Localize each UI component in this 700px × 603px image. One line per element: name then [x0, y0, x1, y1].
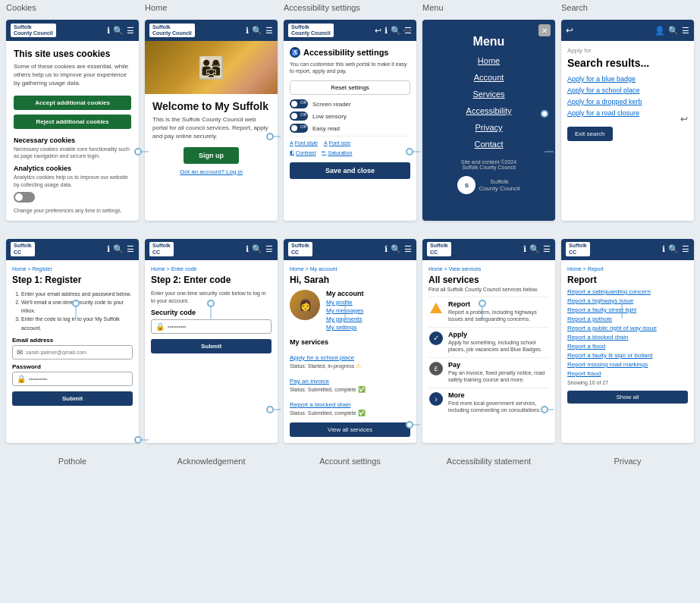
- menu-icon[interactable]: ☰: [127, 26, 134, 36]
- menu-item-services[interactable]: Services: [430, 88, 548, 100]
- cookies-title: This site uses cookies: [14, 49, 131, 59]
- rpt-menu-icon[interactable]: ☰: [682, 244, 689, 254]
- reg-menu-icon[interactable]: ☰: [127, 244, 134, 254]
- report-link-8[interactable]: Report missing road markings: [567, 361, 688, 368]
- signup-button[interactable]: Sign up: [184, 147, 239, 164]
- acc-back-icon[interactable]: ↩: [375, 26, 381, 36]
- exit-search-button[interactable]: Exit search: [567, 127, 613, 141]
- code-menu-icon[interactable]: ☰: [265, 244, 273, 254]
- code-submit-button[interactable]: Submit: [151, 339, 272, 353]
- screen-reader-toggle[interactable]: [290, 99, 308, 108]
- menu-card: ✕ Menu Home Account Services Accessibili…: [422, 20, 555, 221]
- report-header-icons: ℹ 🔍 ☰: [662, 244, 689, 254]
- menu-footer: Site and content ©2024Suffolk County Cou…: [430, 159, 548, 170]
- reject-cookies-button[interactable]: Reject additional cookies: [14, 115, 131, 129]
- report-header: SuffolkCC ℹ 🔍 ☰: [561, 239, 694, 260]
- acc-back-arrow[interactable]: ↩: [403, 24, 412, 36]
- services-breadcrumb: Home > View services: [428, 266, 549, 272]
- suffolk-emblem: S: [457, 176, 476, 194]
- accept-cookies-button[interactable]: Accept additional cookies: [14, 96, 131, 110]
- my-account-title: My account: [326, 290, 364, 297]
- svc-menu-icon[interactable]: ☰: [543, 244, 551, 254]
- search-result-3[interactable]: Apply for a dropped kerb: [567, 98, 688, 105]
- report-link-1[interactable]: Report a highways issue: [567, 297, 688, 304]
- reg-search-icon[interactable]: 🔍: [113, 244, 124, 254]
- register-submit-button[interactable]: Submit: [12, 391, 133, 406]
- code-text: Enter your one-time security code below …: [151, 290, 272, 305]
- menu-item-home[interactable]: Home: [430, 55, 548, 67]
- menu-items-list: Home Account Services Accessibility Priv…: [430, 55, 548, 150]
- search-result-1[interactable]: Apply for a blue badge: [567, 75, 688, 83]
- code-lock-icon: 🔒: [155, 322, 165, 331]
- pay-circle-icon: £: [429, 362, 443, 375]
- search-menu-icon[interactable]: ☰: [682, 26, 689, 36]
- saturation-link[interactable]: ✏ Saturation: [322, 149, 352, 155]
- blocked-drain-link[interactable]: Report a blocked drain: [290, 401, 351, 408]
- svc-search-icon[interactable]: 🔍: [529, 244, 540, 254]
- my-payments-link[interactable]: My payments: [326, 316, 364, 322]
- acc-menu-icon2[interactable]: ☰: [404, 244, 412, 254]
- search-magnify-icon[interactable]: 🔍: [668, 26, 679, 36]
- menu-item-account[interactable]: Account: [430, 71, 548, 83]
- search-user-icon[interactable]: 👤: [654, 26, 665, 36]
- password-input[interactable]: [29, 376, 128, 382]
- report-link-6[interactable]: Report a flood: [567, 343, 688, 350]
- report-link-7[interactable]: Report a faulty lit sign or bollard: [567, 352, 688, 359]
- acc-person-icon: ♿: [290, 47, 300, 58]
- report-suffolk-logo: SuffolkCC: [566, 242, 590, 256]
- menu-item-accessibility[interactable]: Accessibility: [430, 105, 548, 117]
- rpt-search-icon[interactable]: 🔍: [668, 244, 679, 254]
- search-result-4[interactable]: Apply for a road closure: [567, 109, 688, 117]
- show-all-button[interactable]: Show all: [567, 391, 688, 404]
- home-title: Welcome to My Suffolk: [152, 100, 270, 112]
- search-back-icon[interactable]: ↩: [566, 25, 573, 36]
- low-sensory-toggle[interactable]: [290, 111, 308, 121]
- report-link-2[interactable]: Report a faulty street light: [567, 306, 688, 313]
- code-card: SuffolkCC ℹ 🔍 ☰ Home > Enter code Step 2…: [145, 239, 278, 443]
- my-settings-link[interactable]: My settings: [326, 324, 364, 331]
- report-link-0[interactable]: Report a safeguarding concern: [567, 288, 688, 295]
- apply-block-desc: Apply for something, including school pl…: [448, 339, 549, 353]
- signin-link[interactable]: Got an account? Log in: [152, 168, 270, 175]
- my-profile-link[interactable]: My profile: [326, 299, 364, 306]
- home-menu-icon[interactable]: ☰: [265, 26, 273, 36]
- home-people-image: 👨‍👩‍👧: [198, 55, 224, 80]
- register-header-icons: ℹ 🔍 ☰: [107, 244, 134, 254]
- acc-header: SuffolkCounty Council ↩ ℹ 🔍 ☰: [284, 20, 416, 41]
- home-search-icon[interactable]: 🔍: [252, 26, 262, 36]
- easy-read-toggle[interactable]: [290, 124, 308, 133]
- menu-item-contact[interactable]: Contact: [430, 138, 548, 150]
- invoice-link[interactable]: Pay an invoice: [290, 378, 329, 385]
- security-code-input[interactable]: [168, 324, 267, 329]
- report-link-5[interactable]: Report a blocked drain: [567, 334, 688, 341]
- acc-search-icon[interactable]: 🔍: [391, 26, 401, 36]
- report-link-4[interactable]: Report a public right of way issue: [567, 325, 688, 331]
- acc-search-icon2[interactable]: 🔍: [391, 244, 401, 254]
- screen-reader-row: Screen reader: [290, 99, 410, 108]
- acc-font-row: A Font style A Font size: [290, 140, 410, 146]
- home-header: SuffolkCounty Council ℹ 🔍 ☰: [145, 20, 278, 41]
- home-info-icon: ℹ: [246, 26, 249, 36]
- report-link-9[interactable]: Report fraud: [567, 370, 688, 377]
- search-back-arrow[interactable]: ↩: [680, 114, 688, 124]
- menu-close-button[interactable]: ✕: [538, 24, 551, 36]
- view-all-services-button[interactable]: View all services: [290, 422, 410, 437]
- font-size-link[interactable]: A Font size: [324, 140, 350, 146]
- menu-item-privacy[interactable]: Privacy: [430, 121, 548, 133]
- contrast-link[interactable]: ◐ Contrast: [290, 149, 315, 155]
- report-link-3[interactable]: Report a pothole: [567, 316, 688, 322]
- font-style-link[interactable]: A Font style: [290, 140, 318, 146]
- search-result-2[interactable]: Apply for a school place: [567, 86, 688, 94]
- email-input[interactable]: [26, 350, 128, 355]
- analytics-toggle[interactable]: [14, 192, 35, 203]
- search-icon[interactable]: 🔍: [113, 26, 124, 36]
- acc-suffolk-logo: SuffolkCounty Council: [288, 24, 334, 38]
- step-3: Enter the code to log in to your My Suff…: [21, 315, 133, 331]
- showing-text: Showing 10 of 27: [567, 380, 688, 385]
- school-place-link[interactable]: Apply for a school place: [290, 354, 354, 361]
- reset-settings-button[interactable]: Reset settings: [290, 80, 410, 95]
- top-row: SuffolkCounty Council ℹ 🔍 ☰ This site us…: [0, 14, 700, 233]
- my-messages-link[interactable]: My messages: [326, 307, 364, 314]
- code-search-icon[interactable]: 🔍: [252, 244, 262, 254]
- save-close-button[interactable]: Save and close: [290, 162, 410, 179]
